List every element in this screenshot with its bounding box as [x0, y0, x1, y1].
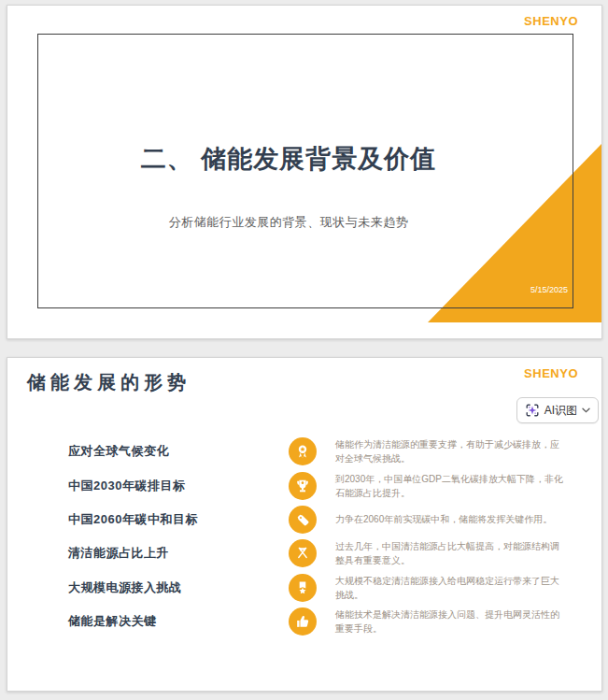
thumbs-up-icon: [289, 607, 317, 636]
list-item: 应对全球气候变化 储能作为清洁能源的重要支撑，有助于减少碳排放，应对全球气候挑战…: [7, 435, 601, 468]
item-description: 储能作为清洁能源的重要支撑，有助于减少碳排放，应对全球气候挑战。: [322, 437, 567, 465]
list-item: 大规模电源接入挑战 大规模不稳定清洁能源接入给电网稳定运行带来了巨大挑战。: [7, 571, 601, 605]
item-description: 过去几年，中国清洁能源占比大幅提高，对能源结构调整具有重要意义。: [322, 539, 567, 567]
slide-date: 5/15/2025: [530, 285, 568, 294]
list-item: 储能是解决关键 储能技术是解决清洁能源接入问题、提升电网灵活性的重要手段。: [7, 605, 601, 638]
item-label: 储能是解决关键: [68, 613, 289, 630]
item-description: 大规模不稳定清洁能源接入给电网稳定运行带来了巨大挑战。: [322, 574, 567, 602]
ai-button-label: AI识图: [544, 403, 577, 419]
item-description: 到2030年，中国单位GDP二氧化碳排放大幅下降，非化石能源占比提升。: [322, 472, 567, 500]
slide-2[interactable]: SHENYO 储能发展的形势 AI识图 应对全球气候变化: [7, 357, 602, 692]
section-subtitle: 分析储能行业发展的背景、现状与未来趋势: [37, 214, 540, 231]
feature-list: 应对全球气候变化 储能作为清洁能源的重要支撑，有助于减少碳排放，应对全球气候挑战…: [7, 435, 601, 638]
list-item: 中国2060年碳中和目标 力争在2060年前实现碳中和，储能将发挥关键作用。: [7, 503, 601, 536]
item-label: 清洁能源占比上升: [68, 545, 289, 562]
shenyo-logo: SHENYO: [524, 366, 578, 380]
slide-1[interactable]: SHENYO 二、 储能发展背景及价值 分析储能行业发展的背景、现状与未来趋势 …: [7, 5, 602, 339]
tag-icon: [289, 506, 317, 534]
item-description: 储能技术是解决清洁能源接入问题、提升电网灵活性的重要手段。: [322, 607, 567, 636]
award-ribbon-icon: [289, 437, 317, 465]
ai-scan-sparkle-icon: [525, 403, 540, 418]
page-title: 储能发展的形势: [27, 370, 191, 395]
item-label: 中国2060年碳中和目标: [68, 511, 289, 528]
item-description: 力争在2060年前实现碳中和，储能将发挥关键作用。: [322, 512, 567, 526]
list-item: 中国2030年碳排目标 到2030年，中国单位GDP二氧化碳排放大幅下降，非化石…: [7, 468, 601, 502]
list-item: 清洁能源占比上升 过去几年，中国清洁能源占比大幅提高，对能源结构调整具有重要意义…: [7, 536, 601, 570]
trophy-icon: [289, 472, 317, 500]
shenyo-logo: SHENYO: [524, 14, 578, 28]
item-label: 大规模电源接入挑战: [68, 579, 289, 596]
item-label: 中国2030年碳排目标: [68, 478, 289, 494]
crossed-flags-icon: [289, 539, 317, 567]
medal-star-icon: [289, 574, 317, 602]
chevron-down-icon[interactable]: [582, 407, 590, 413]
section-title: 二、 储能发展背景及价值: [37, 142, 540, 176]
item-label: 应对全球气候变化: [68, 443, 289, 460]
ai-recognize-button[interactable]: AI识图: [516, 397, 599, 423]
